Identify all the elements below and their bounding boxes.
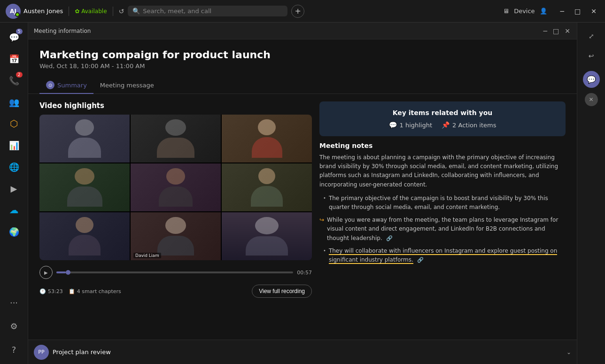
tab-summary[interactable]: ⊙ Summary — [39, 77, 93, 94]
video-section-heading: Video highlights — [39, 101, 312, 110]
panel-title: Meeting information — [34, 28, 91, 34]
video-cell-6 — [222, 163, 312, 211]
person-6 — [240, 168, 294, 207]
sidebar-item-analytics[interactable]: 📊 — [5, 136, 23, 155]
device-label: Device — [514, 8, 535, 15]
link-icon: 🔗 — [417, 257, 424, 263]
bullet-text-2: They will collaborate with influencers o… — [329, 247, 566, 264]
person-name-tag: David Liam — [133, 253, 161, 258]
tab-meeting-message[interactable]: Meeting message — [93, 77, 161, 94]
person-8 — [148, 217, 202, 256]
add-button[interactable]: + — [291, 5, 304, 18]
bullet-2: • They will collaborate with influencers… — [319, 247, 566, 264]
sidebar-item-apps[interactable]: ⬡ — [5, 114, 23, 133]
bottom-text: Project plan review — [53, 349, 111, 356]
progress-dot — [66, 270, 70, 275]
sidebar-item-chat[interactable]: 💬 5 — [5, 28, 23, 46]
teams-icon: 👥 — [9, 97, 19, 107]
sidebar-item-calendar[interactable]: 📅 — [5, 49, 23, 68]
sidebar-item-more[interactable]: ··· — [5, 293, 23, 312]
apps-icon: ⬡ — [10, 118, 18, 129]
person-9 — [240, 217, 294, 256]
salesforce-icon: ☁ — [9, 204, 19, 216]
chapters-icon: 📋 — [69, 288, 75, 294]
notes-title: Meeting notes — [319, 142, 566, 149]
chapters-item: 📋 4 smart chapters — [69, 288, 121, 294]
close-button[interactable]: ✕ — [588, 7, 599, 16]
time-display: 00:57 — [297, 270, 312, 276]
sidebar: 💬 5 📅 📞 2 👥 ⬡ 📊 🌐 ▶ ☁ 🌍 — [0, 23, 28, 364]
summary-icon: ⊙ — [46, 81, 54, 89]
right-float-panel: ⤢ ↩ 💬 ✕ — [577, 23, 605, 364]
status-text: Available — [81, 8, 107, 15]
chapters-text: 4 smart chapters — [77, 288, 121, 294]
person-1 — [57, 119, 111, 158]
duration-item: 🕐 53:23 — [39, 288, 63, 294]
view-recording-button[interactable]: View full recording — [252, 285, 312, 298]
device-icon: 🖥 — [503, 8, 509, 15]
search-icon: 🔍 — [132, 8, 140, 15]
user-name: Austen Jones — [23, 8, 63, 15]
maximize-button[interactable]: □ — [572, 7, 583, 16]
help-icon: ? — [12, 345, 16, 355]
float-chat-icon[interactable]: 💬 — [583, 71, 600, 88]
video-cell-4 — [39, 163, 130, 211]
titlebar-buttons: ─ □ ✕ — [543, 26, 571, 36]
away-icon: ↪ — [319, 217, 324, 243]
video-cell-1 — [39, 115, 130, 163]
bottom-chevron[interactable]: ⌄ — [566, 349, 571, 356]
play-icon: ▶ — [11, 184, 17, 194]
globe2-icon: 🌍 — [9, 227, 19, 237]
avatar-icon: 👤 — [540, 8, 547, 15]
titlebar-minimize[interactable]: ─ — [543, 26, 548, 36]
bullet-dot-2: • — [323, 248, 326, 264]
video-section: Video highlights — [39, 101, 312, 332]
copy-icon: 🔗 — [386, 235, 393, 241]
person-5 — [148, 168, 202, 207]
sidebar-item-teams[interactable]: 👥 — [5, 93, 23, 111]
chat-badge: 5 — [16, 29, 23, 34]
float-close-button[interactable]: ✕ — [585, 93, 598, 106]
bullet-dot-1: • — [323, 195, 326, 212]
float-expand-icon[interactable]: ⤢ — [583, 28, 600, 45]
sidebar-item-globe2[interactable]: 🌍 — [5, 222, 23, 241]
main-layout: 💬 5 📅 📞 2 👥 ⬡ 📊 🌐 ▶ ☁ 🌍 — [0, 23, 605, 364]
history-icon: ↺ — [119, 8, 124, 15]
window-controls: ─ □ ✕ — [558, 7, 599, 16]
right-panel: Key items related with you 💬 1 highlight… — [319, 101, 566, 332]
summary-tab-label: Summary — [57, 82, 87, 89]
minimize-button[interactable]: ─ — [558, 7, 567, 16]
titlebar-maximize[interactable]: □ — [552, 26, 560, 36]
bullet-1: • The primary objective of the campaign … — [319, 194, 566, 212]
away-text: While you were away from the meeting, th… — [327, 216, 566, 243]
highlight-count: 1 highlight — [400, 122, 433, 129]
panel-titlebar: Meeting information ─ □ ✕ — [28, 23, 577, 39]
bottom-bar: PP Project plan review ⌄ — [28, 340, 577, 364]
progress-bar[interactable] — [56, 271, 293, 273]
meeting-time: Wed, Oct 18, 10:00 AM - 11:00 AM — [39, 62, 566, 70]
video-cell-5 — [131, 163, 221, 211]
play-button[interactable]: ▶ — [39, 266, 53, 279]
away-note: ↪ While you were away from the meeting, … — [319, 216, 566, 243]
duration-text: 53:23 — [48, 288, 63, 294]
analytics-icon: 📊 — [9, 140, 19, 150]
sidebar-item-help[interactable]: ? — [5, 340, 23, 359]
titlebar-close[interactable]: ✕ — [564, 26, 571, 36]
sidebar-bottom: ··· ⚙ ? — [5, 292, 23, 360]
video-controls: ▶ 00:57 — [39, 262, 312, 283]
sidebar-item-calls[interactable]: 📞 2 — [5, 71, 23, 90]
search-bar[interactable]: 🔍 Search, meet, and call — [128, 6, 287, 16]
sidebar-item-play[interactable]: ▶ — [5, 179, 23, 198]
video-footer: 🕐 53:23 📋 4 smart chapters View full rec… — [39, 285, 312, 298]
meeting-panel: Meeting information ─ □ ✕ Marketing comp… — [28, 23, 577, 364]
bottom-avatar: PP — [34, 345, 49, 360]
video-cell-3 — [222, 115, 312, 163]
key-items-title: Key items related with you — [327, 109, 558, 116]
sidebar-item-globe[interactable]: 🌐 — [5, 157, 23, 176]
sidebar-item-salesforce[interactable]: ☁ — [5, 201, 23, 219]
video-meta: 🕐 53:23 📋 4 smart chapters — [39, 288, 121, 294]
float-back-icon[interactable]: ↩ — [583, 47, 600, 64]
top-bar: AJ Austen Jones ✿ Available ↺ 🔍 Search, … — [0, 0, 605, 23]
sidebar-item-settings[interactable]: ⚙ — [5, 317, 23, 335]
availability-badge[interactable]: ✿ Available — [75, 8, 107, 15]
